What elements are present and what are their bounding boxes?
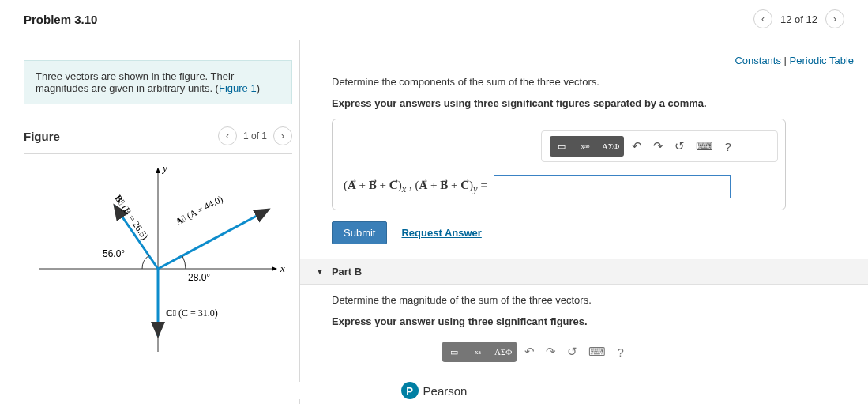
part-a-question: Determine the components of the sum of t…: [332, 76, 854, 88]
help-icon-b[interactable]: ?: [617, 345, 623, 359]
periodic-table-link[interactable]: Periodic Table: [790, 55, 854, 66]
fraction-tool-button-b[interactable]: xa: [466, 342, 490, 362]
pearson-logo-icon: P: [401, 382, 419, 399]
undo-icon[interactable]: ↶: [632, 139, 642, 153]
pearson-brand: Pearson: [423, 384, 468, 398]
collapse-icon: ▼: [316, 267, 324, 276]
svg-text:28.0°: 28.0°: [188, 272, 210, 283]
greek-tool-button[interactable]: ΑΣΦ: [597, 136, 624, 157]
submit-button[interactable]: Submit: [332, 221, 387, 244]
svg-text:B⃗ (B = 26.5): B⃗ (B = 26.5): [113, 193, 151, 242]
part-a: Determine the components of the sum of t…: [300, 66, 868, 244]
undo-icon-b[interactable]: ↶: [524, 345, 535, 359]
problem-title: Problem 3.10: [24, 13, 97, 26]
equation-toolbar-b: ▭ xa ΑΣΦ ↶ ↷ ↺ ⌨ ?: [434, 337, 671, 367]
redo-icon-b[interactable]: ↷: [546, 345, 556, 359]
prev-figure-button[interactable]: ‹: [218, 126, 237, 145]
problem-prompt: Three vectors are shown in the figure. T…: [24, 60, 292, 104]
next-problem-button[interactable]: ›: [825, 9, 844, 28]
template-tool-button[interactable]: ▭: [550, 136, 573, 157]
reset-icon[interactable]: ↺: [674, 139, 685, 153]
svg-text:A⃗ (A = 44.0): A⃗ (A = 44.0): [174, 193, 225, 227]
part-b-header[interactable]: ▼ Part B: [300, 259, 868, 285]
left-panel: Three vectors are shown in the figure. T…: [0, 40, 300, 404]
request-answer-link[interactable]: Request Answer: [401, 227, 481, 239]
prompt-text-a: Three vectors are shown in the figure. T…: [36, 70, 234, 94]
answer-box: ▭ xab ΑΣΦ ↶ ↷ ↺ ⌨ ? (A⃗ + B⃗ + C⃗)x , (A…: [332, 119, 786, 210]
footer: P Pearson: [0, 382, 868, 399]
figure-title: Figure: [24, 130, 60, 143]
svg-text:y: y: [161, 162, 167, 174]
part-b-instruction: Express your answer using three signific…: [332, 315, 854, 327]
svg-text:56.0°: 56.0°: [103, 248, 125, 259]
top-links: Constants | Periodic Table: [300, 40, 868, 66]
answer-input[interactable]: [494, 175, 731, 198]
next-figure-button[interactable]: ›: [273, 126, 292, 145]
figure-header: Figure ‹ 1 of 1 ›: [24, 126, 292, 154]
figure-link[interactable]: Figure 1: [219, 82, 257, 94]
part-b-body: Determine the magnitude of the sum of th…: [300, 285, 868, 367]
prev-problem-button[interactable]: ‹: [753, 9, 772, 28]
problem-nav: ‹ 12 of 12 ›: [753, 9, 844, 28]
link-sep: |: [781, 55, 790, 66]
figure-count: 1 of 1: [243, 130, 267, 142]
part-b-title: Part B: [332, 266, 362, 278]
help-icon[interactable]: ?: [724, 140, 731, 153]
fraction-tool-button[interactable]: xab: [573, 136, 597, 157]
keyboard-icon-b[interactable]: ⌨: [588, 345, 606, 359]
keyboard-icon[interactable]: ⌨: [696, 139, 713, 153]
vector-figure: x y A⃗ (A = 44.0) B⃗ (B = 26.5) C⃗ (C = …: [24, 162, 292, 360]
reset-icon-b[interactable]: ↺: [567, 345, 577, 359]
header: Problem 3.10 ‹ 12 of 12 ›: [0, 0, 868, 40]
template-tool-button-b[interactable]: ▭: [442, 342, 466, 362]
constants-link[interactable]: Constants: [735, 55, 781, 66]
svg-text:C⃗ (C = 31.0): C⃗ (C = 31.0): [166, 308, 218, 319]
problem-count: 12 of 12: [780, 13, 817, 25]
part-b-question: Determine the magnitude of the sum of th…: [332, 294, 854, 306]
greek-tool-button-b[interactable]: ΑΣΦ: [490, 342, 517, 362]
svg-text:x: x: [280, 262, 285, 274]
redo-icon[interactable]: ↷: [653, 139, 663, 153]
right-panel: Constants | Periodic Table Determine the…: [300, 40, 868, 404]
equation-toolbar: ▭ xab ΑΣΦ ↶ ↷ ↺ ⌨ ?: [541, 130, 778, 162]
part-a-instruction: Express your answers using three signifi…: [332, 97, 854, 109]
prompt-text-b: ): [257, 82, 260, 94]
equation-label: (A⃗ + B⃗ + C⃗)x , (A⃗ + B⃗ + C⃗)y =: [344, 178, 487, 195]
